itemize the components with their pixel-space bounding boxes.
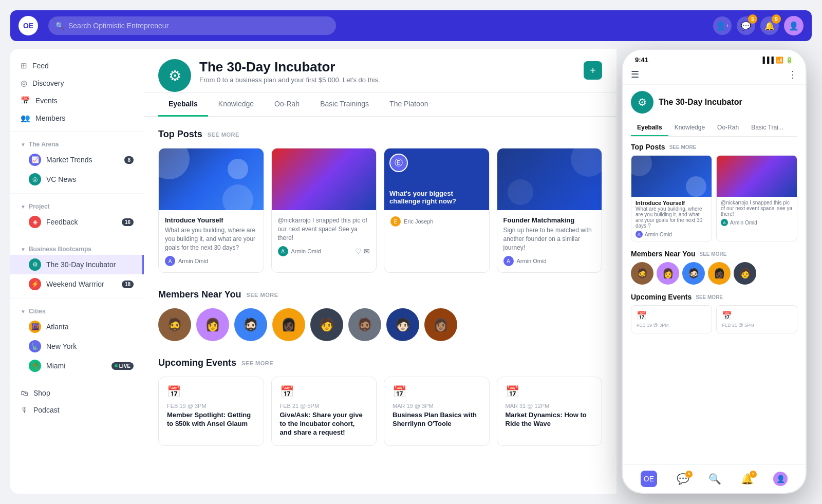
battery-icon: 🔋 <box>786 57 793 64</box>
member-5[interactable]: 🧑 <box>310 308 343 341</box>
sidebar-item-miami[interactable]: 🌴 Miami LIVE <box>10 356 144 376</box>
post-card-1[interactable]: Introduce Yourself What are you building… <box>158 148 264 273</box>
member-3[interactable]: 🧔🏻 <box>234 308 267 341</box>
phone-events-title: Upcoming Events <box>631 293 692 301</box>
member-6[interactable]: 🧔🏽 <box>348 308 381 341</box>
sidebar-label-events: Events <box>35 97 58 105</box>
sidebar-item-warrior[interactable]: ⚡ Weekend Warrrior 18 <box>10 274 144 294</box>
sidebar-item-feed[interactable]: ⊞ Feed <box>10 57 144 74</box>
arena-label: The Arena <box>29 141 59 148</box>
phone-member-2[interactable]: 👩 <box>657 262 679 285</box>
phone-event-2[interactable]: 📅 FEB 21 @ 5PM <box>716 305 797 333</box>
phone-nav-search[interactable]: 🔍 <box>708 473 721 485</box>
phone-member-4[interactable]: 👩🏿 <box>708 262 731 285</box>
group-title: The 30-Day Incubator <box>199 59 575 75</box>
event-card-2[interactable]: 📅 FEB 21 @ 5PM Give/Ask: Share your give… <box>271 377 377 446</box>
sidebar-item-shop[interactable]: 🛍 Shop <box>10 384 144 401</box>
phone-nav-chat[interactable]: 💬 5 <box>677 473 689 485</box>
post-3-text: What's your biggest challenge right now? <box>389 190 484 205</box>
post-card-3[interactable]: Ⓔ What's your biggest challenge right no… <box>384 148 490 273</box>
section-cities[interactable]: ▼ Cities <box>10 303 144 317</box>
vc-news-label: VC News <box>46 175 76 183</box>
phone-tab-basic-trainings[interactable]: Basic Trai... <box>745 120 790 136</box>
author-name-4: Armin Omid <box>517 258 547 264</box>
post-card-1-author: A Armin Omid <box>165 256 257 266</box>
search-bar[interactable]: 🔍 Search Optimistic Entrepreneur <box>48 16 336 35</box>
phone-members-row: 🧔 👩 🧔🏻 👩🏿 🧑 <box>631 262 797 285</box>
event-1-date: FEB 19 @ 3PM <box>167 403 255 409</box>
event-card-4[interactable]: 📅 MAR 31 @ 12PM Market Dynamics: How to … <box>497 377 603 446</box>
section-project[interactable]: ▼ Project <box>10 198 144 212</box>
phone-event-1[interactable]: 📅 FEB 19 @ 3PM <box>631 305 712 333</box>
phone-members-see-more[interactable]: SEE MORE <box>700 251 727 257</box>
tab-knowledge[interactable]: Knowledge <box>208 92 264 117</box>
members-see-more[interactable]: SEE MORE <box>246 292 278 298</box>
member-1[interactable]: 🧔 <box>158 308 191 341</box>
miami-badge: LIVE <box>111 362 134 370</box>
events-see-more[interactable]: SEE MORE <box>241 360 273 366</box>
phone-tab-eyeballs[interactable]: Eyeballs <box>631 120 668 136</box>
search-placeholder: Search Optimistic Entrepreneur <box>68 22 169 30</box>
phone-event-2-date: FEB 21 @ 5PM <box>722 323 792 328</box>
user-avatar[interactable]: 👤 <box>784 16 804 35</box>
members-header: Members Near You SEE MORE <box>158 289 602 300</box>
event-2-icon: 📅 <box>280 385 368 399</box>
member-8[interactable]: 👩🏽 <box>424 308 457 341</box>
section-bootcamps[interactable]: ▼ Business Bootcamps <box>10 240 144 255</box>
sidebar-item-atlanta[interactable]: 🌆 Atlanta <box>10 317 144 337</box>
phone-member-1[interactable]: 🧔 <box>631 262 653 285</box>
phone-member-3[interactable]: 🧔🏻 <box>682 262 705 285</box>
phone-nav-home[interactable]: OE <box>641 471 657 487</box>
phone-tab-knowledge[interactable]: Knowledge <box>668 120 711 136</box>
feedback-badge: 16 <box>122 218 134 226</box>
top-posts-see-more[interactable]: SEE MORE <box>208 132 239 138</box>
sidebar-item-events[interactable]: 📅 Events <box>10 92 144 109</box>
phone-top-posts-see-more[interactable]: SEE MORE <box>669 144 697 150</box>
member-2[interactable]: 👩 <box>196 308 229 341</box>
tab-the-platoon[interactable]: The Platoon <box>379 92 439 117</box>
phone-nav-avatar[interactable]: 👤 <box>773 472 788 486</box>
sidebar-item-vc-news[interactable]: ◎ VC News <box>10 170 144 189</box>
sidebar-item-discovery[interactable]: ◎ Discovery <box>10 74 144 92</box>
author-avatar-2: A <box>278 246 288 256</box>
members-title: Members Near You <box>158 289 241 300</box>
phone-nav-bell[interactable]: 🔔 9 <box>741 473 754 485</box>
sidebar-item-market-trends[interactable]: 📈 Market Trends 8 <box>10 150 144 170</box>
add-member-icon[interactable]: 👤+ <box>713 16 732 35</box>
new-york-label: New York <box>46 342 77 350</box>
sidebar-item-new-york[interactable]: 🗽 New York <box>10 337 144 356</box>
event-card-3[interactable]: 📅 MAR 19 @ 3PM Business Plan Basics with… <box>384 377 490 446</box>
event-3-date: MAR 19 @ 3PM <box>393 403 481 409</box>
sidebar-item-feedback[interactable]: ◈ Feedback 16 <box>10 212 144 232</box>
chat-icon[interactable]: 💬 5 <box>737 16 755 35</box>
notification-icon[interactable]: 🔔 9 <box>760 16 779 35</box>
post-card-2[interactable]: @nickarrojo I snapped this pic of our ne… <box>271 148 377 273</box>
sidebar-item-members[interactable]: 👥 Members <box>10 109 144 127</box>
phone-posts-grid: Introduce Yourself What are you building… <box>631 155 797 241</box>
phone-group-title: The 30-Day Incubator <box>659 98 742 107</box>
phone-post-2-body: @nickarrojo I snapped this pic of our ne… <box>717 197 797 229</box>
phone-post-card-2[interactable]: @nickarrojo I snapped this pic of our ne… <box>716 155 797 241</box>
sidebar-item-podcast[interactable]: 🎙 Podcast <box>10 401 144 418</box>
post-card-4[interactable]: Founder Matchmaking Sign up here to be m… <box>497 148 603 273</box>
arena-chevron: ▼ <box>21 142 26 147</box>
phone-member-5[interactable]: 🧑 <box>734 262 756 285</box>
phone-tab-oo-rah[interactable]: Oo-Rah <box>711 120 745 136</box>
phone-menu-icon[interactable]: ☰ <box>631 69 639 80</box>
phone-more-icon[interactable]: ⋮ <box>788 69 797 80</box>
phone-post-card-1[interactable]: Introduce Yourself What are you building… <box>631 155 712 241</box>
wifi-icon: 📶 <box>776 57 783 64</box>
bootcamps-label: Business Bootcamps <box>29 246 91 253</box>
tab-oo-rah[interactable]: Oo-Rah <box>264 92 310 117</box>
tab-basic-trainings[interactable]: Basic Trainings <box>310 92 379 117</box>
event-card-1[interactable]: 📅 FEB 19 @ 3PM Member Spotlight: Getting… <box>158 377 264 446</box>
member-4[interactable]: 👩🏿 <box>272 308 305 341</box>
tab-eyeballs[interactable]: Eyeballs <box>158 92 208 117</box>
section-the-arena[interactable]: ▼ The Arena <box>10 136 144 150</box>
sidebar-item-incubator[interactable]: ⚙ The 30-Day Incubator <box>10 255 144 274</box>
phone-event-2-icon: 📅 <box>722 311 792 321</box>
member-7[interactable]: 🧑🏻 <box>386 308 419 341</box>
phone-events-see-more[interactable]: SEE MORE <box>696 294 723 300</box>
topbar-actions: 👤+ 💬 5 🔔 9 👤 <box>713 16 804 35</box>
add-button[interactable]: + <box>584 61 602 80</box>
